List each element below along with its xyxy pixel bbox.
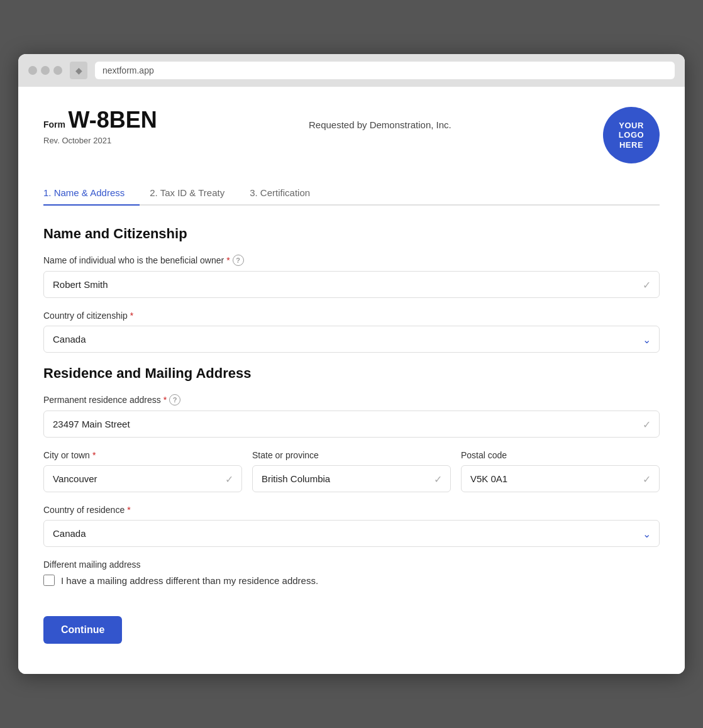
required-star-4: *	[92, 450, 96, 460]
beneficial-owner-group: Name of individual who is the beneficial…	[43, 255, 660, 298]
form-title-line: Form W-8BEN	[43, 107, 157, 133]
postal-label: Postal code	[461, 450, 660, 460]
mailing-address-group: Different mailing address I have a maili…	[43, 560, 660, 586]
mailing-checkbox-row: I have a mailing address different than …	[43, 575, 660, 586]
citizenship-select[interactable]: Canada United States United Kingdom Aust…	[43, 326, 660, 353]
requested-by: Requested by Demonstration, Inc.	[309, 119, 451, 130]
name-citizenship-title: Name and Citizenship	[43, 226, 660, 242]
postal-group: Postal code ✓	[461, 450, 660, 492]
form-label: Form	[43, 119, 65, 130]
required-star-2: *	[130, 311, 133, 321]
residence-address-title: Residence and Mailing Address	[43, 365, 660, 382]
state-input[interactable]	[252, 465, 451, 492]
state-wrapper: ✓	[252, 465, 451, 492]
postal-wrapper: ✓	[461, 465, 660, 492]
city-state-postal-row: City or town * ✓ State or province ✓	[43, 450, 660, 492]
name-citizenship-section: Name and Citizenship Name of individual …	[43, 226, 660, 353]
country-residence-label: Country of residence *	[43, 505, 660, 515]
state-group: State or province ✓	[252, 450, 451, 492]
required-star-5: *	[127, 505, 130, 515]
mailing-address-checkbox[interactable]	[43, 575, 55, 586]
form-header: Form W-8BEN Rev. October 2021 Requested …	[43, 107, 660, 163]
city-group: City or town * ✓	[43, 450, 242, 492]
beneficial-owner-wrapper: ✓	[43, 271, 660, 298]
permanent-address-label: Permanent residence address * ?	[43, 394, 660, 405]
permanent-address-input[interactable]	[43, 411, 660, 438]
country-residence-select[interactable]: Canada United States United Kingdom Aust…	[43, 520, 660, 547]
form-rev: Rev. October 2021	[43, 136, 157, 145]
dot-2	[41, 66, 50, 75]
beneficial-owner-input[interactable]	[43, 271, 660, 298]
dot-1	[28, 66, 37, 75]
state-label: State or province	[252, 450, 451, 460]
beneficial-owner-label: Name of individual who is the beneficial…	[43, 255, 660, 266]
tab-certification[interactable]: 3. Certification	[250, 181, 325, 204]
city-label: City or town *	[43, 450, 242, 460]
browser-window: ◆ Form W-8BEN Rev. October 2021 Requeste…	[18, 54, 685, 674]
city-input[interactable]	[43, 465, 242, 492]
citizenship-group: Country of citizenship * Canada United S…	[43, 311, 660, 353]
mailing-address-label: Different mailing address	[43, 560, 660, 570]
dot-3	[53, 66, 62, 75]
tab-name-address[interactable]: 1. Name & Address	[43, 181, 140, 204]
permanent-address-wrapper: ✓	[43, 411, 660, 438]
required-star-1: *	[226, 255, 230, 265]
permanent-address-group: Permanent residence address * ? ✓	[43, 394, 660, 438]
tab-tax-id-treaty[interactable]: 2. Tax ID & Treaty	[150, 181, 240, 204]
browser-dots	[28, 66, 62, 75]
country-residence-select-wrapper: Canada United States United Kingdom Aust…	[43, 520, 660, 547]
required-star-3: *	[163, 395, 167, 405]
country-residence-group: Country of residence * Canada United Sta…	[43, 505, 660, 547]
citizenship-select-wrapper: Canada United States United Kingdom Aust…	[43, 326, 660, 353]
help-icon-1[interactable]: ?	[233, 255, 244, 266]
form-title-block: Form W-8BEN Rev. October 2021	[43, 107, 157, 145]
continue-button[interactable]: Continue	[43, 616, 122, 644]
url-bar[interactable]	[95, 62, 675, 79]
logo-circle: YOURLOGOHERE	[603, 107, 660, 163]
browser-nav-icon: ◆	[70, 62, 87, 79]
mailing-checkbox-label: I have a mailing address different than …	[61, 575, 318, 586]
city-wrapper: ✓	[43, 465, 242, 492]
residence-address-section: Residence and Mailing Address Permanent …	[43, 365, 660, 644]
tabs: 1. Name & Address 2. Tax ID & Treaty 3. …	[43, 181, 660, 206]
help-icon-2[interactable]: ?	[169, 394, 180, 405]
browser-bar: ◆	[18, 54, 685, 87]
page-content: Form W-8BEN Rev. October 2021 Requested …	[18, 87, 685, 674]
header-center: Requested by Demonstration, Inc.	[157, 107, 603, 130]
form-name: W-8BEN	[68, 107, 157, 133]
citizenship-label: Country of citizenship *	[43, 311, 660, 321]
postal-input[interactable]	[461, 465, 660, 492]
